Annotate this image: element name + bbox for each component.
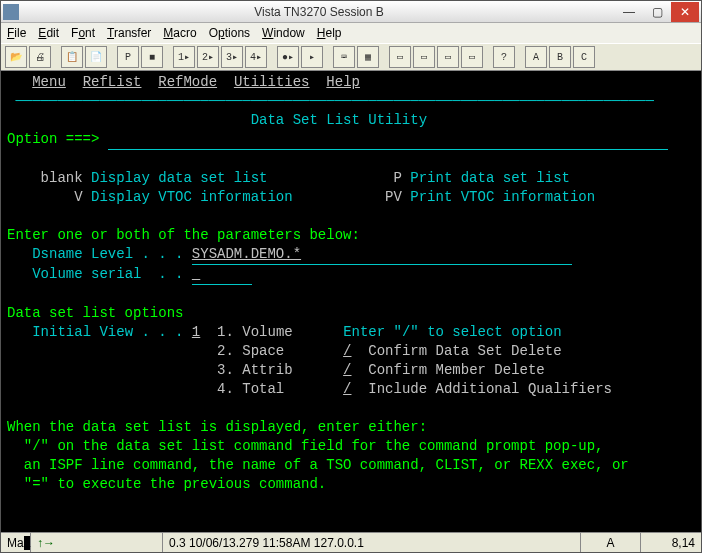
option-input[interactable] xyxy=(108,130,668,150)
view-3: 3. Attrib xyxy=(217,362,293,378)
tool-copy-icon[interactable]: 📋 xyxy=(61,46,83,68)
maximize-button[interactable]: ▢ xyxy=(643,2,671,22)
ispf-refmode[interactable]: RefMode xyxy=(158,74,217,90)
minimize-button[interactable]: — xyxy=(615,2,643,22)
status-info: 0.3 10/06/13.279 11:58AM 127.0.0.1 xyxy=(169,536,364,550)
toolbar: 📂 🖨 📋 📄 P ■ 1▸ 2▸ 3▸ 4▸ ●▸ ▸ ⌨ ▦ ▭ ▭ ▭ ▭… xyxy=(1,43,701,71)
menu-edit[interactable]: Edit xyxy=(38,26,59,40)
option-prompt: Option ===> xyxy=(7,131,99,147)
menu-macro[interactable]: Macro xyxy=(163,26,196,40)
statusbar: Maa ↑→ 0.3 10/06/13.279 11:58AM 127.0.0.… xyxy=(1,532,701,552)
opt-blank-desc: Display data set list xyxy=(91,170,267,186)
view-4: 4. Total xyxy=(217,381,284,397)
help-line-3: "=" to execute the previous command. xyxy=(24,476,326,492)
tool-win3-icon[interactable]: ▭ xyxy=(437,46,459,68)
help-line-2: an ISPF line command, the name of a TSO … xyxy=(24,457,629,473)
help-header: When the data set list is displayed, ent… xyxy=(7,419,427,435)
initview-input[interactable]: 1 xyxy=(192,324,200,340)
help-line-1: "/" on the data set list command field f… xyxy=(24,438,604,454)
tool-b-icon[interactable]: B xyxy=(549,46,571,68)
sel2-input[interactable]: / xyxy=(343,362,351,378)
tool-open-icon[interactable]: 📂 xyxy=(5,46,27,68)
panel-title: Data Set List Utility xyxy=(251,112,427,128)
menu-file[interactable]: File xyxy=(7,26,26,40)
list-options-header: Data set list options xyxy=(7,305,183,321)
menu-transfer[interactable]: Transfer xyxy=(107,26,151,40)
menubar: File Edit Font Transfer Macro Options Wi… xyxy=(1,23,701,43)
opt-v-desc: Display VTOC information xyxy=(91,189,293,205)
tool-p1-icon[interactable]: P xyxy=(117,46,139,68)
tool-print-icon[interactable]: 🖨 xyxy=(29,46,51,68)
opt-v-key: V xyxy=(74,189,82,205)
opt-pv-desc: Print VTOC information xyxy=(410,189,595,205)
opt-p-desc: Print data set list xyxy=(410,170,570,186)
opt-pv-key: PV xyxy=(385,189,402,205)
titlebar: Vista TN3270 Session B — ▢ ✕ xyxy=(1,1,701,23)
volser-label: Volume serial . . xyxy=(32,266,183,282)
opt-blank-key: blank xyxy=(41,170,83,186)
terminal-screen[interactable]: Menu RefList RefMode Utilities Help ────… xyxy=(1,71,701,532)
ispf-help[interactable]: Help xyxy=(326,74,360,90)
tool-play-icon[interactable]: ▸ xyxy=(301,46,323,68)
app-window: Vista TN3270 Session B — ▢ ✕ File Edit F… xyxy=(0,0,702,553)
tool-rec-icon[interactable]: ●▸ xyxy=(277,46,299,68)
tool-1-icon[interactable]: 1▸ xyxy=(173,46,195,68)
sel1-label: Confirm Data Set Delete xyxy=(368,343,561,359)
initview-label: Initial View . . . xyxy=(32,324,183,340)
tool-3-icon[interactable]: 3▸ xyxy=(221,46,243,68)
tool-win2-icon[interactable]: ▭ xyxy=(413,46,435,68)
tool-kbd-icon[interactable]: ⌨ xyxy=(333,46,355,68)
arrow-icon: ↑→ xyxy=(37,536,55,550)
window-title: Vista TN3270 Session B xyxy=(23,5,615,19)
ispf-reflist[interactable]: RefList xyxy=(83,74,142,90)
ispf-menu[interactable]: Menu xyxy=(32,74,66,90)
tool-win1-icon[interactable]: ▭ xyxy=(389,46,411,68)
tool-4-icon[interactable]: 4▸ xyxy=(245,46,267,68)
dsname-label: Dsname Level . . . xyxy=(32,246,183,262)
view-1: 1. Volume xyxy=(217,324,293,340)
ispf-utilities[interactable]: Utilities xyxy=(234,74,310,90)
app-icon xyxy=(3,4,19,20)
tool-grid-icon[interactable]: ▦ xyxy=(357,46,379,68)
tool-stop-icon[interactable]: ■ xyxy=(141,46,163,68)
tool-2-icon[interactable]: 2▸ xyxy=(197,46,219,68)
menu-window[interactable]: Window xyxy=(262,26,305,40)
tool-help-icon[interactable]: ? xyxy=(493,46,515,68)
tool-paste-icon[interactable]: 📄 xyxy=(85,46,107,68)
tool-c-icon[interactable]: C xyxy=(573,46,595,68)
menu-font[interactable]: Font xyxy=(71,26,95,40)
params-header: Enter one or both of the parameters belo… xyxy=(7,227,360,243)
volser-input[interactable] xyxy=(192,265,252,285)
dsname-input[interactable]: SYSADM.DEMO.* xyxy=(192,245,572,265)
sel3-label: Include Additional Qualifiers xyxy=(368,381,612,397)
close-button[interactable]: ✕ xyxy=(671,2,699,22)
tool-a-icon[interactable]: A xyxy=(525,46,547,68)
status-mode: Maa xyxy=(7,536,30,550)
menu-help[interactable]: Help xyxy=(317,26,342,40)
status-cursor: 8,14 xyxy=(672,536,695,550)
select-header: Enter "/" to select option xyxy=(343,324,561,340)
sel2-label: Confirm Member Delete xyxy=(368,362,544,378)
opt-p-key: P xyxy=(394,170,402,186)
tool-win4-icon[interactable]: ▭ xyxy=(461,46,483,68)
menu-options[interactable]: Options xyxy=(209,26,250,40)
status-session: A xyxy=(606,536,614,550)
view-2: 2. Space xyxy=(217,343,284,359)
